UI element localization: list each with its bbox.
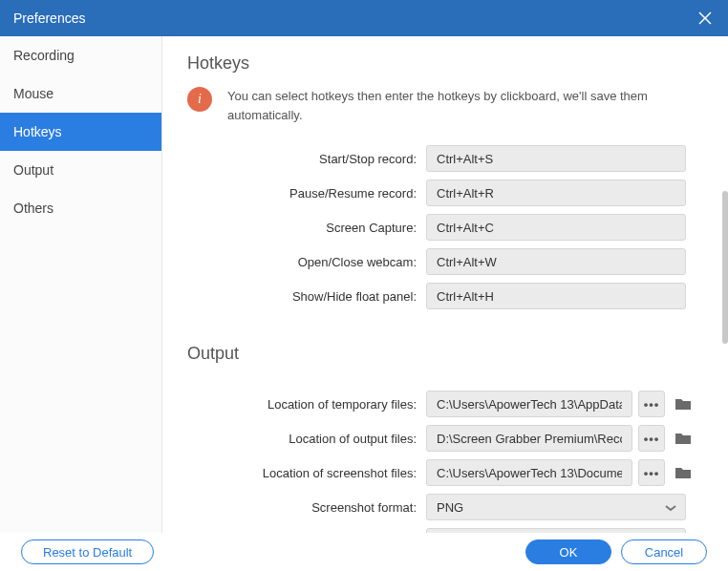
sidebar-item-label: Recording: [13, 48, 75, 63]
screenshot-path-input[interactable]: [426, 459, 632, 486]
close-button[interactable]: [696, 9, 715, 28]
field-label: Screenshot format:: [187, 500, 426, 515]
field-label: Location of screenshot files:: [187, 466, 426, 480]
folder-icon: [674, 432, 692, 445]
open-folder-button[interactable]: [673, 462, 694, 483]
hotkey-row-start-stop: Start/Stop record:: [187, 145, 703, 172]
chevron-down-icon: [664, 500, 677, 515]
hotkey-input-webcam[interactable]: [426, 248, 686, 275]
button-label: Reset to Default: [43, 545, 132, 560]
output-row-screenshot-path: Location of screenshot files: •••: [187, 459, 703, 486]
sidebar-item-mouse[interactable]: Mouse: [0, 74, 161, 113]
browse-button[interactable]: •••: [638, 425, 665, 452]
output-path-input[interactable]: [426, 425, 632, 452]
output-row-screenshot-format: Screenshot format: PNG: [187, 494, 703, 520]
titlebar: Preferences: [0, 0, 728, 36]
open-folder-button[interactable]: [673, 428, 694, 449]
sidebar-item-others[interactable]: Others: [0, 189, 161, 227]
close-icon: [698, 11, 712, 25]
field-label: Open/Close webcam:: [187, 255, 426, 269]
browse-button[interactable]: •••: [638, 391, 665, 417]
hotkey-row-screen-capture: Screen Capture:: [187, 214, 703, 241]
folder-icon: [674, 397, 692, 411]
sidebar-item-recording[interactable]: Recording: [0, 36, 161, 74]
field-label: Location of temporary files:: [187, 397, 426, 412]
window-title: Preferences: [13, 11, 85, 26]
hotkey-input-float-panel[interactable]: [426, 283, 686, 309]
field-label: Location of output files:: [187, 432, 426, 446]
section-title-hotkeys: Hotkeys: [187, 53, 703, 74]
temp-path-input[interactable]: [426, 391, 632, 417]
hotkey-row-pause-resume: Pause/Resume record:: [187, 180, 703, 206]
sidebar-item-output[interactable]: Output: [0, 151, 161, 189]
folder-icon: [674, 466, 692, 479]
scrollbar-thumb[interactable]: [722, 191, 728, 344]
info-icon: i: [187, 87, 212, 112]
sidebar-item-hotkeys[interactable]: Hotkeys: [0, 113, 161, 151]
output-row-output-path: Location of output files: •••: [187, 425, 703, 452]
field-label: Show/Hide float panel:: [187, 289, 426, 304]
hotkey-row-float-panel: Show/Hide float panel:: [187, 283, 703, 309]
select-value: PNG: [437, 500, 463, 515]
cancel-button[interactable]: Cancel: [621, 539, 707, 564]
button-label: OK: [560, 545, 578, 560]
hotkey-input-start-stop[interactable]: [426, 145, 686, 172]
info-text: You can select hotkeys then enter the ho…: [227, 87, 703, 124]
output-row-temp-path: Location of temporary files: •••: [187, 391, 703, 417]
ok-button[interactable]: OK: [525, 539, 611, 564]
sidebar-item-label: Mouse: [13, 86, 54, 101]
section-title-output: Output: [187, 344, 703, 364]
open-folder-button[interactable]: [673, 393, 694, 414]
content-pane: Hotkeys i You can select hotkeys then en…: [162, 36, 728, 533]
sidebar-item-label: Others: [13, 201, 54, 216]
field-label: Start/Stop record:: [187, 152, 426, 166]
reset-button[interactable]: Reset to Default: [21, 539, 154, 564]
footer: Reset to Default OK Cancel: [0, 533, 728, 571]
field-label: Screen Capture:: [187, 221, 426, 235]
field-label: Pause/Resume record:: [187, 186, 426, 201]
sidebar-item-label: Hotkeys: [13, 124, 62, 139]
hotkey-input-screen-capture[interactable]: [426, 214, 686, 241]
browse-button[interactable]: •••: [638, 459, 665, 486]
sidebar-item-label: Output: [13, 162, 54, 178]
sidebar: Recording Mouse Hotkeys Output Others: [0, 36, 162, 533]
info-row: i You can select hotkeys then enter the …: [187, 87, 703, 124]
button-label: Cancel: [645, 545, 683, 560]
hotkey-input-pause-resume[interactable]: [426, 180, 686, 206]
screenshot-format-select[interactable]: PNG: [426, 494, 686, 520]
hotkey-row-webcam: Open/Close webcam:: [187, 248, 703, 275]
